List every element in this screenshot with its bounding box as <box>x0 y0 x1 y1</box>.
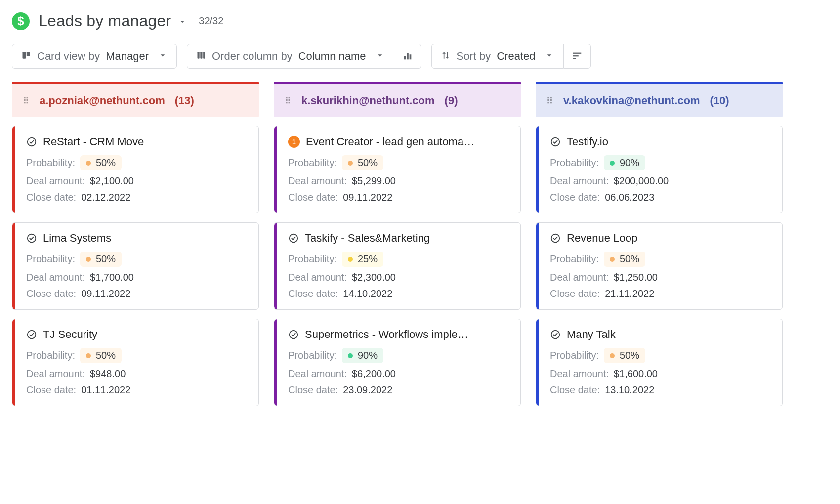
deal-amount-value: $1,250.00 <box>614 272 658 283</box>
deal-amount-label: Deal amount: <box>550 175 609 187</box>
check-circle-icon <box>288 233 299 244</box>
svg-rect-4 <box>203 52 205 58</box>
lead-card[interactable]: Revenue LoopProbability:50%Deal amount:$… <box>536 222 783 310</box>
caret-down-icon <box>158 50 168 62</box>
lead-card[interactable]: 1Event Creator - lead gen automa…Probabi… <box>274 126 521 213</box>
drag-handle-icon[interactable]: ⠿ <box>546 98 554 103</box>
card-view-label: Card view by <box>37 51 100 62</box>
kanban-column: ⠿a.pozniak@nethunt.com(13)ReStart - CRM … <box>12 82 259 406</box>
close-date-value: 09.11.2022 <box>81 288 130 299</box>
sort-by-value: Created <box>497 51 535 62</box>
probability-label: Probability: <box>288 253 337 265</box>
drag-handle-icon[interactable]: ⠿ <box>23 98 31 103</box>
probability-label: Probability: <box>550 157 599 168</box>
view-toolbar: Card view by Manager Order column by Col… <box>12 44 828 69</box>
card-title: TJ Security <box>43 328 97 341</box>
close-date-value: 23.09.2022 <box>343 384 392 396</box>
probability-value: 50% <box>96 157 116 168</box>
column-cards: ReStart - CRM MoveProbability:50%Deal am… <box>12 126 259 406</box>
probability-chip: 50% <box>342 155 383 170</box>
probability-chip: 50% <box>604 348 645 363</box>
close-date-value: 14.10.2022 <box>343 288 392 299</box>
probability-chip: 25% <box>342 252 383 267</box>
probability-chip: 50% <box>80 155 122 170</box>
svg-rect-1 <box>27 52 30 56</box>
card-title: Lima Systems <box>43 232 111 245</box>
probability-label: Probability: <box>26 157 75 168</box>
deal-amount-label: Deal amount: <box>288 175 347 187</box>
svg-rect-0 <box>23 52 26 58</box>
lead-card[interactable]: Many TalkProbability:50%Deal amount:$1,6… <box>536 319 783 406</box>
probability-chip: 90% <box>342 348 383 363</box>
lead-card[interactable]: ReStart - CRM MoveProbability:50%Deal am… <box>12 126 259 213</box>
svg-rect-8 <box>573 52 581 53</box>
check-circle-icon <box>26 136 37 147</box>
column-header[interactable]: ⠿v.kakovkina@nethunt.com(10) <box>536 84 783 117</box>
folder-badge-icon: $ <box>12 12 30 30</box>
close-date-label: Close date: <box>550 192 600 203</box>
sort-arrows-icon <box>441 50 451 62</box>
deal-amount-label: Deal amount: <box>26 175 85 187</box>
check-circle-icon <box>26 329 37 340</box>
svg-rect-10 <box>573 58 576 59</box>
column-count: (10) <box>710 94 729 107</box>
probability-chip: 90% <box>604 155 645 170</box>
order-column-value: Column name <box>298 51 366 62</box>
deal-amount-label: Deal amount: <box>550 368 609 379</box>
columns-icon <box>196 50 206 62</box>
probability-value: 90% <box>358 350 378 361</box>
card-title: Many Talk <box>567 328 616 341</box>
card-title: ReStart - CRM Move <box>43 135 144 148</box>
column-count: (13) <box>175 94 194 107</box>
card-view-button[interactable]: Card view by Manager <box>12 44 177 69</box>
deal-amount-label: Deal amount: <box>288 368 347 379</box>
column-count: (9) <box>445 94 458 107</box>
card-title: Taskify - Sales&Marketing <box>305 232 430 245</box>
column-header[interactable]: ⠿k.skurikhin@nethunt.com(9) <box>274 84 521 117</box>
deal-amount-value: $5,299.00 <box>352 175 396 187</box>
lead-card[interactable]: Testify.ioProbability:90%Deal amount:$20… <box>536 126 783 213</box>
notification-badge-icon: 1 <box>288 136 300 148</box>
lead-card[interactable]: Taskify - Sales&MarketingProbability:25%… <box>274 222 521 310</box>
column-title: v.kakovkina@nethunt.com <box>563 94 700 107</box>
check-circle-icon <box>288 329 299 340</box>
kanban-board: ⠿a.pozniak@nethunt.com(13)ReStart - CRM … <box>12 82 828 406</box>
close-date-label: Close date: <box>288 192 338 203</box>
probability-value: 50% <box>620 253 639 265</box>
sort-by-label: Sort by <box>457 51 491 62</box>
svg-rect-9 <box>573 55 578 56</box>
check-circle-icon <box>550 233 561 244</box>
svg-rect-7 <box>409 54 411 59</box>
lead-card[interactable]: TJ SecurityProbability:50%Deal amount:$9… <box>12 319 259 406</box>
probability-dot-icon <box>348 353 353 358</box>
caret-down-icon <box>178 12 187 30</box>
drag-handle-icon[interactable]: ⠿ <box>285 98 293 103</box>
column-chart-button[interactable] <box>394 44 421 69</box>
deal-amount-label: Deal amount: <box>288 272 347 283</box>
deal-amount-value: $200,000.00 <box>614 175 669 187</box>
deal-amount-value: $1,600.00 <box>614 368 658 379</box>
deal-amount-value: $2,100.00 <box>90 175 134 187</box>
close-date-label: Close date: <box>288 384 338 396</box>
sort-by-button[interactable]: Sort by Created <box>431 44 564 69</box>
caret-down-icon <box>375 50 385 62</box>
close-date-value: 21.11.2022 <box>605 288 654 299</box>
probability-dot-icon <box>610 161 615 166</box>
order-column-button[interactable]: Order column by Column name <box>187 44 394 69</box>
column-header[interactable]: ⠿a.pozniak@nethunt.com(13) <box>12 84 259 117</box>
deal-amount-value: $6,200.00 <box>352 368 396 379</box>
column-cards: 1Event Creator - lead gen automa…Probabi… <box>274 126 521 406</box>
probability-value: 90% <box>620 157 639 168</box>
lead-card[interactable]: Supermetrics - Workflows imple…Probabili… <box>274 319 521 406</box>
lead-card[interactable]: Lima SystemsProbability:50%Deal amount:$… <box>12 222 259 310</box>
probability-value: 50% <box>96 350 116 361</box>
close-date-value: 01.11.2022 <box>81 384 130 396</box>
svg-rect-5 <box>404 56 406 59</box>
close-date-label: Close date: <box>26 192 76 203</box>
sort-direction-button[interactable] <box>564 44 591 69</box>
probability-label: Probability: <box>288 350 337 361</box>
page-title[interactable]: Leads by manager <box>39 12 187 30</box>
probability-value: 50% <box>620 350 639 361</box>
close-date-label: Close date: <box>550 288 600 299</box>
svg-rect-3 <box>200 52 202 58</box>
